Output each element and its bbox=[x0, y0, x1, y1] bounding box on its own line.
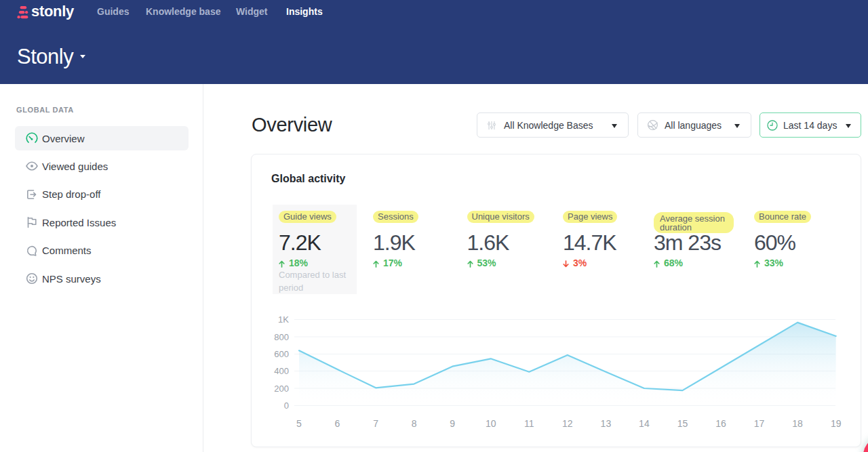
svg-text:19: 19 bbox=[831, 418, 842, 429]
svg-text:12: 12 bbox=[562, 418, 573, 429]
svg-text:14: 14 bbox=[639, 418, 650, 429]
svg-text:400: 400 bbox=[274, 366, 289, 376]
svg-text:11: 11 bbox=[524, 418, 534, 429]
svg-text:18: 18 bbox=[792, 418, 803, 429]
svg-text:7: 7 bbox=[373, 418, 378, 429]
svg-text:6: 6 bbox=[335, 418, 340, 429]
svg-text:16: 16 bbox=[715, 418, 726, 429]
svg-text:17: 17 bbox=[754, 418, 765, 429]
svg-text:9: 9 bbox=[450, 418, 455, 429]
svg-text:1K: 1K bbox=[278, 314, 289, 325]
svg-text:200: 200 bbox=[274, 384, 289, 394]
svg-text:5: 5 bbox=[296, 418, 302, 429]
svg-text:13: 13 bbox=[601, 418, 612, 429]
svg-text:10: 10 bbox=[486, 418, 496, 429]
svg-text:800: 800 bbox=[274, 332, 289, 342]
svg-text:600: 600 bbox=[274, 349, 289, 359]
svg-text:0: 0 bbox=[284, 400, 289, 411]
svg-text:15: 15 bbox=[677, 418, 688, 429]
svg-text:8: 8 bbox=[412, 418, 417, 429]
